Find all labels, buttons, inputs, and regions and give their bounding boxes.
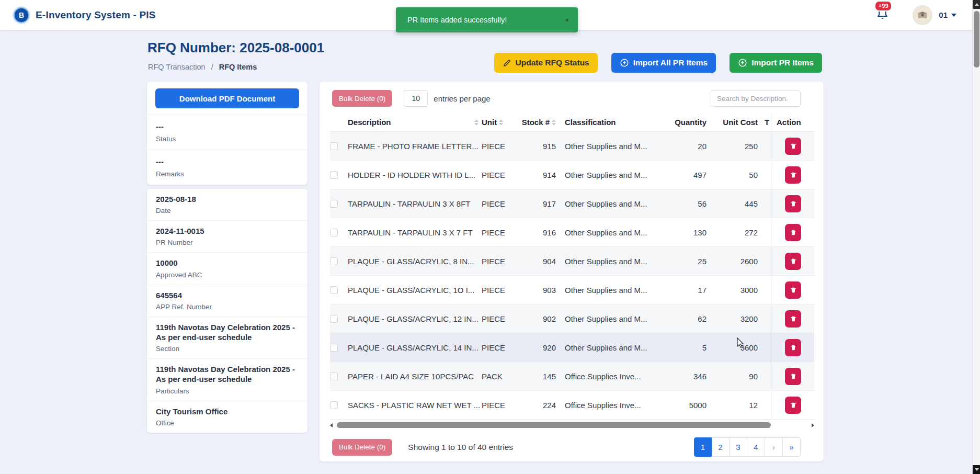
table-row[interactable]: FRAME - PHOTO FRAME LETTER... PIECE 915 … [330, 132, 814, 161]
delete-row-button[interactable] [785, 166, 801, 184]
info-label: Remarks [156, 170, 299, 178]
info-item: 2025-08-18 Date [147, 189, 307, 221]
cell-stock-number: 224 [514, 401, 556, 410]
row-checkbox[interactable] [330, 229, 338, 236]
delete-row-button[interactable] [785, 195, 801, 212]
row-checkbox[interactable] [330, 200, 338, 208]
horizontal-scrollbar-thumb[interactable] [337, 422, 771, 428]
page-title: RFQ Number: 2025-08-0001 [147, 40, 324, 56]
cell-description: PLAQUE - GLASS/ACRYLIC, 1O I... [348, 286, 482, 295]
delete-row-button[interactable] [785, 397, 801, 414]
delete-row-button[interactable] [785, 224, 801, 241]
row-checkbox[interactable] [330, 373, 338, 380]
column-header-classification[interactable]: Classification [556, 118, 658, 127]
vertical-scrollbar[interactable] [972, 0, 980, 474]
delete-row-button[interactable] [785, 310, 801, 328]
info-value: 119th Navotas Day Celebration 2025 - As … [156, 322, 299, 342]
column-header-unit[interactable]: Unit [482, 118, 514, 127]
page-button-›[interactable]: › [765, 437, 783, 457]
cell-classification: Other Supplies and M... [556, 257, 658, 266]
notification-badge: +99 [874, 1, 893, 12]
table-row[interactable]: PLAQUE - GLASS/ACRYLIC, 1O I... PIECE 90… [330, 276, 814, 304]
download-pdf-button[interactable]: Download PDF Document [155, 88, 299, 108]
cell-classification: Other Supplies and M... [556, 199, 658, 208]
info-label: Particulars [156, 387, 299, 395]
breadcrumb-parent-link[interactable]: RFQ Transaction [148, 63, 206, 71]
page-button-2[interactable]: 2 [712, 437, 730, 457]
column-header-description[interactable]: Description [348, 118, 482, 127]
cell-quantity: 25 [658, 257, 706, 266]
avatar[interactable] [913, 5, 932, 25]
horizontal-scrollbar[interactable] [330, 422, 814, 429]
info-item: 119th Navotas Day Celebration 2025 - As … [147, 359, 307, 401]
header-actions: Update RFQ Status Import All PR Items Im… [494, 53, 823, 73]
table-row[interactable]: PLAQUE - GLASS/ACRYLIC, 14 IN... PIECE 9… [330, 333, 814, 362]
cell-unit: PIECE [482, 286, 514, 295]
table-row[interactable]: PAPER - LAID A4 SIZE 10PCS/PAC PACK 145 … [330, 362, 814, 391]
cell-stock-number: 145 [514, 372, 556, 381]
column-header-unit-cost[interactable]: Unit Cost [706, 118, 758, 127]
import-pr-items-button[interactable]: Import PR Items [730, 53, 822, 73]
table-row[interactable]: TARPAULIN - TARPAULIN 3 X 7 FT PIECE 916… [330, 218, 814, 247]
notifications-button[interactable]: +99 [875, 7, 890, 23]
toast-message: PR Items added successfully! [407, 16, 507, 24]
toast-close-button[interactable] [566, 19, 568, 21]
table-row[interactable]: PLAQUE - GLASS/ACRYLIC, 12 IN... PIECE 9… [330, 304, 814, 333]
cell-unit: PIECE [482, 257, 514, 266]
row-checkbox[interactable] [330, 344, 338, 352]
plus-circle-icon [738, 58, 747, 67]
info-value: 119th Navotas Day Celebration 2025 - As … [156, 364, 299, 384]
column-header-stock[interactable]: Stock # [514, 118, 556, 127]
trash-icon [790, 200, 797, 208]
page-button-1[interactable]: 1 [694, 437, 712, 457]
table-footer: Bulk Delete (0) Showing 1 to 10 of 40 en… [320, 429, 824, 457]
page-size-input[interactable] [404, 90, 428, 107]
delete-row-button[interactable] [785, 253, 801, 270]
cell-classification: Office Supplies Inve... [556, 401, 658, 410]
cell-stock-number: 915 [514, 142, 556, 151]
delete-row-button[interactable] [785, 368, 801, 385]
row-checkbox[interactable] [330, 315, 338, 323]
delete-row-button[interactable] [785, 138, 801, 155]
bulk-delete-button-footer[interactable]: Bulk Delete (0) [332, 439, 392, 456]
cell-description: PLAQUE - GLASS/ACRYLIC, 14 IN... [348, 343, 482, 352]
rfq-items-table: Description Unit Stock # Classification … [330, 113, 814, 420]
scroll-up-button[interactable] [973, 0, 980, 9]
info-value: --- [156, 156, 299, 166]
import-all-pr-items-button[interactable]: Import All PR Items [611, 53, 716, 73]
user-dropdown[interactable]: 01 [939, 10, 956, 19]
table-row[interactable]: SACKS - PLASTIC RAW NET WET ... PIECE 22… [330, 391, 814, 420]
cell-unit-cost: 3000 [706, 286, 758, 295]
page-button-4[interactable]: 4 [747, 437, 765, 457]
table-row[interactable]: HOLDER - ID HOLDER WITH ID L... PIECE 91… [330, 161, 814, 189]
bulk-delete-button[interactable]: Bulk Delete (0) [332, 90, 392, 107]
breadcrumb-separator: / [211, 63, 213, 71]
row-checkbox[interactable] [330, 142, 338, 150]
scroll-up-arrow-icon [975, 3, 979, 6]
scroll-down-button[interactable] [973, 465, 980, 474]
page-button-3[interactable]: 3 [730, 437, 747, 457]
app-logo-icon: B [14, 7, 29, 23]
row-checkbox[interactable] [330, 257, 338, 265]
row-checkbox[interactable] [330, 401, 338, 409]
info-item: --- Status [147, 115, 307, 150]
delete-row-button[interactable] [785, 281, 801, 299]
page-button-»[interactable]: » [783, 437, 801, 457]
trash-icon [790, 401, 797, 409]
success-toast: PR Items added successfully! [396, 7, 578, 32]
row-checkbox[interactable] [330, 286, 338, 294]
search-input[interactable] [711, 91, 801, 107]
table-row[interactable]: PLAQUE - GLASS/ACRYLIC, 8 IN... PIECE 90… [330, 247, 814, 276]
scroll-right-arrow-icon[interactable] [812, 423, 814, 427]
status-card: Download PDF Document --- Status --- Rem… [147, 82, 307, 185]
delete-row-button[interactable] [785, 339, 801, 356]
column-header-quantity[interactable]: Quantity [658, 118, 706, 127]
vertical-scrollbar-thumb[interactable] [974, 11, 979, 67]
update-rfq-status-button[interactable]: Update RFQ Status [494, 53, 598, 73]
row-checkbox[interactable] [330, 171, 338, 179]
cell-classification: Other Supplies and M... [556, 343, 658, 352]
scroll-left-arrow-icon[interactable] [330, 423, 333, 427]
cell-classification: Other Supplies and M... [556, 286, 658, 295]
cell-description: PAPER - LAID A4 SIZE 10PCS/PAC [348, 372, 482, 381]
table-row[interactable]: TARPAULIN - TARPAULIN 3 X 8FT PIECE 917 … [330, 189, 814, 218]
